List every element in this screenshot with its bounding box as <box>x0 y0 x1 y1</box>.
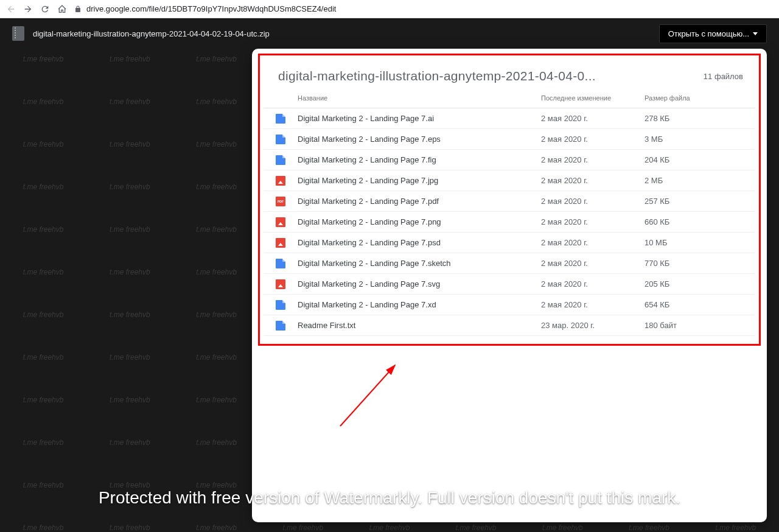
file-name: Digital Marketing 2 - Landing Page 7.ske… <box>298 259 541 268</box>
file-size: 654 КБ <box>645 300 669 309</box>
annotation-arrow <box>328 359 407 432</box>
file-icon <box>276 321 285 331</box>
home-button[interactable] <box>57 4 67 14</box>
table-row[interactable]: Digital Marketing 2 - Landing Page 7.svg… <box>264 274 755 295</box>
image-icon <box>276 217 285 227</box>
file-modified: 2 мая 2020 г. <box>541 135 645 144</box>
file-count: 11 файлов <box>704 72 743 81</box>
file-modified: 2 мая 2020 г. <box>541 259 645 268</box>
archive-title: digital-marketing-illustration-agnytemp-… <box>278 69 596 83</box>
file-size: 204 КБ <box>645 155 669 164</box>
zip-icon <box>12 26 24 41</box>
file-icon <box>276 300 285 310</box>
file-modified: 2 мая 2020 г. <box>541 217 645 226</box>
table-header: Название Последнее изменение Размер файл… <box>264 89 755 108</box>
file-size: 2 МБ <box>645 176 663 185</box>
image-icon <box>276 238 285 248</box>
svg-line-0 <box>340 365 395 426</box>
table-row[interactable]: Digital Marketing 2 - Landing Page 7.ske… <box>264 253 755 274</box>
file-name: Readme First.txt <box>298 321 541 330</box>
file-size: 278 КБ <box>645 114 669 123</box>
file-name: Digital Marketing 2 - Landing Page 7.fig <box>298 155 541 164</box>
file-icon <box>276 135 285 144</box>
file-name: Digital Marketing 2 - Landing Page 7.eps <box>298 135 541 144</box>
file-name: Digital Marketing 2 - Landing Page 7.ai <box>298 114 541 123</box>
col-size[interactable]: Размер файла <box>645 94 690 102</box>
table-row[interactable]: Digital Marketing 2 - Landing Page 7.xd2… <box>264 295 755 315</box>
file-name: Digital Marketing 2 - Landing Page 7.jpg <box>298 176 541 185</box>
back-button[interactable] <box>6 4 16 14</box>
file-size: 660 КБ <box>645 217 669 226</box>
browser-toolbar: drive.google.com/file/d/15DBT7o9IpY7Inpv… <box>0 0 779 18</box>
file-name: Digital Marketing 2 - Landing Page 7.pdf <box>298 197 541 206</box>
pdf-icon <box>276 197 285 206</box>
file-size: 770 КБ <box>645 259 669 268</box>
file-modified: 2 мая 2020 г. <box>541 238 645 247</box>
open-with-label: Открыть с помощью... <box>668 29 749 38</box>
col-modified[interactable]: Последнее изменение <box>541 94 645 102</box>
watermark-row: t.me freehvbt.me freehvbt.me freehvbt.me… <box>0 523 779 532</box>
table-row[interactable]: Digital Marketing 2 - Landing Page 7.jpg… <box>264 170 755 191</box>
file-icon <box>276 259 285 268</box>
file-size: 205 КБ <box>645 279 669 289</box>
file-size: 257 КБ <box>645 197 669 206</box>
forward-button[interactable] <box>23 4 33 14</box>
image-icon <box>276 279 285 289</box>
reload-button[interactable] <box>40 4 50 14</box>
table-row[interactable]: Digital Marketing 2 - Landing Page 7.pdf… <box>264 191 755 212</box>
file-size: 10 МБ <box>645 238 667 247</box>
watermark-notice: Protected with free version of Watermark… <box>0 488 779 508</box>
file-modified: 2 мая 2020 г. <box>541 197 645 206</box>
file-name: Digital Marketing 2 - Landing Page 7.psd <box>298 238 541 247</box>
file-name: Digital Marketing 2 - Landing Page 7.png <box>298 217 541 226</box>
open-with-button[interactable]: Открыть с помощью... <box>659 24 767 43</box>
table-row[interactable]: Readme First.txt23 мар. 2020 г.180 байт <box>264 315 755 336</box>
url-text: drive.google.com/file/d/15DBT7o9IpY7Inpv… <box>86 4 336 13</box>
file-icon <box>276 155 285 165</box>
preview-panel: digital-marketing-illustration-agnytemp-… <box>252 49 767 522</box>
file-icon <box>276 114 285 124</box>
file-modified: 23 мар. 2020 г. <box>541 321 645 330</box>
file-modified: 2 мая 2020 г. <box>541 176 645 185</box>
file-modified: 2 мая 2020 г. <box>541 155 645 164</box>
file-name: Digital Marketing 2 - Landing Page 7.svg <box>298 279 541 289</box>
image-icon <box>276 176 285 186</box>
table-row[interactable]: Digital Marketing 2 - Landing Page 7.ai2… <box>264 108 755 129</box>
file-size: 3 МБ <box>645 135 663 144</box>
table-row[interactable]: Digital Marketing 2 - Landing Page 7.eps… <box>264 129 755 150</box>
chevron-down-icon <box>753 32 758 35</box>
drive-filename: digital-marketing-illustration-agnytemp-… <box>33 29 270 38</box>
file-modified: 2 мая 2020 г. <box>541 279 645 289</box>
address-bar[interactable]: drive.google.com/file/d/15DBT7o9IpY7Inpv… <box>74 4 773 13</box>
file-modified: 2 мая 2020 г. <box>541 114 645 123</box>
table-row[interactable]: Digital Marketing 2 - Landing Page 7.png… <box>264 212 755 233</box>
lock-icon <box>74 5 82 13</box>
file-size: 180 байт <box>645 321 677 330</box>
drive-header: digital-marketing-illustration-agnytemp-… <box>0 18 779 49</box>
table-row[interactable]: Digital Marketing 2 - Landing Page 7.psd… <box>264 233 755 253</box>
annotation-box: digital-marketing-illustration-agnytemp-… <box>258 54 761 346</box>
col-name[interactable]: Название <box>298 94 541 102</box>
table-row[interactable]: Digital Marketing 2 - Landing Page 7.fig… <box>264 150 755 170</box>
file-modified: 2 мая 2020 г. <box>541 300 645 309</box>
file-name: Digital Marketing 2 - Landing Page 7.xd <box>298 300 541 309</box>
